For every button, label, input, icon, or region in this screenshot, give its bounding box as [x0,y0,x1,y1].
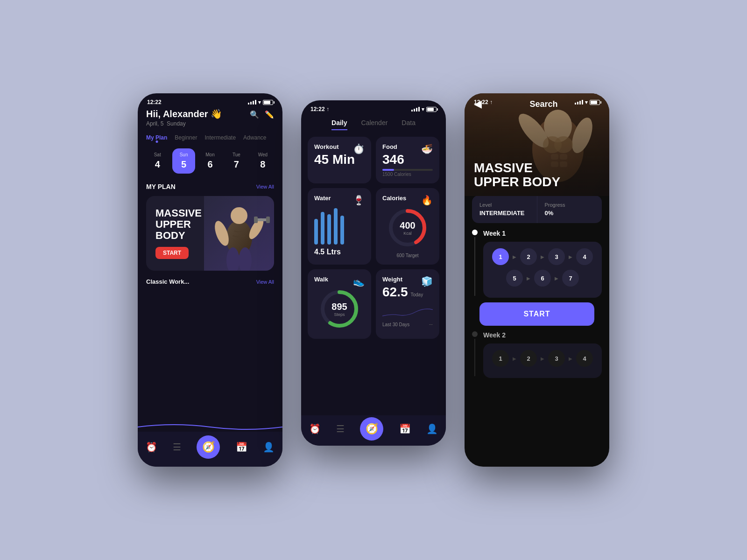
water-bar-2 [321,212,324,245]
weight-icon: 🧊 [421,276,433,287]
plan-card-content: MASSIVEUPPERBODY START [146,198,211,269]
nav-compass-active[interactable]: 🧭 [197,435,220,459]
nav-profile[interactable]: 👤 [263,441,275,453]
water-bar-4 [334,208,338,245]
calories-value: 400 [400,220,415,231]
cal-day-tue[interactable]: Tue 7 [225,148,247,174]
svg-rect-6 [266,217,270,223]
water-bar-1 [314,219,318,245]
week1-line [474,237,475,296]
alarm-icon: ⏰ [146,441,157,453]
w2-arrow-1-2: ▶ [513,350,516,367]
food-sub: 1500 Calories [382,172,433,177]
day-6[interactable]: 6 [534,270,551,287]
w2-day-2[interactable]: 2 [520,350,537,367]
classic-title: Classic Work... [146,278,189,285]
compass-icon: 🧭 [202,441,215,453]
time-1: 12:22 [147,99,162,105]
p2-nav-calendar[interactable]: 📅 [399,423,411,434]
day-4[interactable]: 4 [576,248,593,265]
week1-dot [472,230,478,235]
header-icons: 🔍 ✏️ [250,110,274,119]
weight-chart [382,302,433,321]
arrow-2-3: ▶ [541,248,544,265]
nav-calendar[interactable]: 📅 [236,441,247,453]
nav-list[interactable]: ☰ [173,441,181,453]
signal-icon-3 [575,100,583,105]
workout-label: Workout [314,143,338,150]
cal-day-sun[interactable]: Sun 5 [172,148,195,174]
tab-advance[interactable]: Adwance [243,134,266,141]
week2-dot [472,331,478,337]
status-bar-3: 12:22 ↑ ▾ [465,93,609,108]
info-row: Level INTERMEDIATE Progress 0% [472,196,602,223]
p2-nav-tabs: Daily Calender Data [301,115,446,132]
athlete-svg [204,196,274,271]
battery-icon-3 [590,100,600,105]
progress-cell: Progress 0% [537,196,602,223]
food-progress-bar [382,169,433,171]
start-button-p3[interactable]: START [479,302,594,326]
week2-container: Week 2 1 ▶ 2 ▶ 3 ▶ 4 [472,330,602,378]
w2-day-4[interactable]: 4 [576,350,593,367]
weeks-section: Week 1 1 ▶ 2 ▶ 3 ▶ 4 5 ▶ 6 [465,223,609,384]
workout-card: Workout ⏱️ 45 Min [308,137,371,183]
edit-icon[interactable]: ✏️ [265,110,274,119]
tab-calender[interactable]: Calender [361,119,388,130]
phone-2: 12:22 ↑ ▾ Daily Calender Data Workout ⏱️ [301,100,446,446]
day-3[interactable]: 3 [548,248,565,265]
status-icons-1: ▾ [248,99,273,105]
plan-card-image [204,196,274,271]
water-card: Water 🍷 4.5 Ltrs [308,188,371,265]
weight-today: Today [411,292,423,297]
weight-more: -- [429,321,433,328]
p2-nav-alarm[interactable]: ⏰ [309,423,321,434]
tab-intermediate[interactable]: Intermediate [204,134,236,141]
phone-1: 12:22 ▾ Hii, Alexander 👋 April, 5 Sunday [138,93,282,467]
p2-nav-list[interactable]: ☰ [336,423,345,434]
signal-icon-1 [248,100,256,105]
svg-point-1 [231,207,247,224]
w2-day-1[interactable]: 1 [492,350,509,367]
tab-daily[interactable]: Daily [331,119,347,130]
walk-center: 895 Steps [331,301,347,317]
w2-day-3[interactable]: 3 [548,350,565,367]
p2-nav-profile[interactable]: 👤 [426,423,438,434]
walk-unit: Steps [331,312,347,317]
arrow-6-7: ▶ [555,270,558,287]
week1-timeline [472,229,478,298]
calories-ring: 400 Kcal [382,204,433,251]
cal-day-mon[interactable]: Mon 6 [199,148,221,174]
view-all-classic[interactable]: View All [256,279,274,285]
p2-nav-compass-active[interactable]: 🧭 [360,417,383,441]
cal-day-sat[interactable]: Sat 4 [146,148,169,174]
walk-label: Walk [314,276,328,283]
day-1[interactable]: 1 [492,248,509,265]
water-value: 4.5 Ltrs [314,248,365,256]
tab-data[interactable]: Data [402,119,416,130]
plan-card-title: MASSIVEUPPERBODY [155,208,202,242]
view-all-plan[interactable]: View All [256,184,274,189]
cal-day-wed[interactable]: Wed 8 [252,148,274,174]
classic-row: Classic Work... View All [146,278,274,285]
start-button[interactable]: START [155,247,189,259]
plan-card[interactable]: MASSIVEUPPERBODY START [146,196,274,271]
week2-days: 1 ▶ 2 ▶ 3 ▶ 4 [483,343,602,378]
tab-my-plan[interactable]: My Plan [146,134,167,141]
day-5[interactable]: 5 [506,270,523,287]
status-icons-3: ▾ [575,99,600,105]
weight-card: Weight 🧊 62.5 Today Last 30 Days -- [376,269,439,339]
day-7[interactable]: 7 [562,270,579,287]
search-icon[interactable]: 🔍 [250,110,259,119]
walk-ring: 895 Steps [314,286,365,332]
arrow-1-2: ▶ [513,248,516,265]
nav-alarm[interactable]: ⏰ [146,441,157,453]
tab-beginner[interactable]: Beginner [175,134,197,141]
my-plan-title: MY PLAN [146,183,176,190]
my-plan-header: MY PLAN View All [146,183,274,190]
phone-3: 12:22 ↑ ▾ [465,93,609,467]
workout-value: 45 Min [314,153,365,166]
day-2[interactable]: 2 [520,248,537,265]
p2-alarm-icon: ⏰ [309,423,321,434]
water-icon: 🍷 [353,195,365,206]
